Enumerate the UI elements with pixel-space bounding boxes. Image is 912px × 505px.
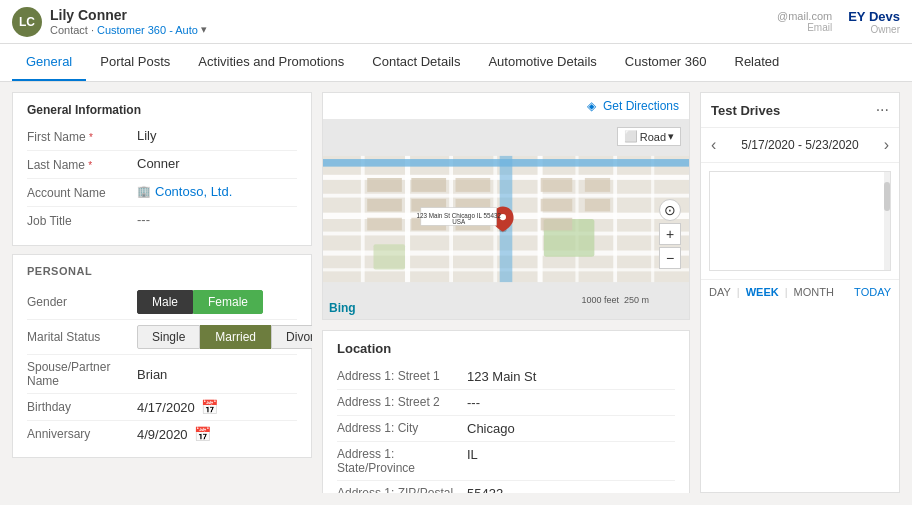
account-name-text: Contoso, Ltd.	[155, 184, 232, 199]
lastname-value: Conner	[137, 156, 180, 171]
email-area: @mail.com Email	[777, 10, 832, 33]
spouse-label: Spouse/Partner Name	[27, 360, 137, 388]
breadcrumb: Contact · Customer 360 - Auto ▾	[50, 23, 207, 36]
cal-divider-2: |	[785, 286, 788, 298]
cal-today-btn[interactable]: TODAY	[854, 286, 891, 298]
field-row-jobtitle: Job Title ---	[27, 207, 297, 235]
jobtitle-value: ---	[137, 212, 150, 227]
personal-section: PERSONAL Gender Male Female Marital Stat…	[12, 254, 312, 458]
marital-toggle-group: Single Married Divorced	[137, 325, 312, 349]
marital-row: Marital Status Single Married Divorced	[27, 320, 297, 355]
state-label: Address 1: State/Province	[337, 447, 467, 475]
center-panel: ◈ Get Directions	[312, 92, 700, 493]
calendar-view-area	[701, 163, 899, 279]
calendar-date-range: 5/17/2020 - 5/23/2020	[741, 138, 858, 152]
svg-rect-25	[541, 178, 573, 192]
field-row-firstname: First Name * Lily	[27, 123, 297, 151]
svg-rect-32	[541, 218, 573, 231]
gender-female-btn[interactable]: Female	[193, 290, 263, 314]
map-zoom-out-btn[interactable]: −	[659, 247, 681, 269]
zip-label: Address 1: ZIP/Postal Code	[337, 486, 467, 493]
tab-customer360[interactable]: Customer 360	[611, 44, 721, 81]
svg-rect-14	[651, 156, 654, 282]
marital-divorced-btn[interactable]: Divorced	[271, 325, 312, 349]
tab-general[interactable]: General	[12, 44, 86, 81]
marital-single-btn[interactable]: Single	[137, 325, 200, 349]
birthday-value: 4/17/2020 📅	[137, 399, 297, 415]
svg-rect-29	[367, 218, 402, 231]
bing-icon: Bing	[329, 301, 356, 315]
tab-contact-details[interactable]: Contact Details	[358, 44, 474, 81]
marital-married-btn[interactable]: Married	[200, 325, 271, 349]
left-panel: General Information First Name * Lily La…	[12, 92, 312, 493]
city-value: Chicago	[467, 421, 515, 436]
map-zoom-in-btn[interactable]: +	[659, 223, 681, 245]
map-scale: 1000 feet 250 m	[581, 295, 649, 305]
calendar-scroll	[709, 171, 891, 271]
map-scale-label: 1000 feet 250 m	[581, 295, 649, 305]
map-svg: 123 Main St Chicago IL 55432 USA	[323, 119, 689, 319]
dropdown-icon[interactable]: ▾	[201, 23, 207, 36]
get-directions-btn[interactable]: ◈ Get Directions	[587, 99, 679, 113]
svg-rect-27	[585, 178, 610, 192]
birthday-calendar-icon[interactable]: 📅	[201, 399, 218, 415]
map-layer-icon: ⬜	[624, 130, 638, 143]
birthday-label: Birthday	[27, 400, 137, 414]
general-info-title: General Information	[27, 103, 297, 117]
gender-label: Gender	[27, 295, 137, 309]
calendar-next-btn[interactable]: ›	[884, 136, 889, 154]
header-right: @mail.com Email EY Devs Owner	[777, 9, 900, 35]
location-section: Location Address 1: Street 1 123 Main St…	[322, 330, 690, 493]
breadcrumb-contact: Contact	[50, 24, 88, 36]
location-title: Location	[337, 341, 675, 356]
scroll-thumb[interactable]	[884, 182, 890, 211]
cal-week-btn[interactable]: WEEK	[746, 286, 779, 298]
street2-label: Address 1: Street 2	[337, 395, 467, 410]
map-layer-btn[interactable]: ⬜ Road ▾	[617, 127, 681, 146]
anniversary-row: Anniversary 4/9/2020 📅	[27, 421, 297, 447]
city-label: Address 1: City	[337, 421, 467, 436]
svg-rect-18	[373, 244, 405, 269]
test-drives-header: Test Drives ···	[701, 93, 899, 128]
main-content: General Information First Name * Lily La…	[0, 82, 912, 503]
location-street2: Address 1: Street 2 ---	[337, 390, 675, 416]
header: LC Lily Conner Contact · Customer 360 - …	[0, 0, 912, 44]
nav-tabs: General Portal Posts Activities and Prom…	[0, 44, 912, 82]
tab-automotive[interactable]: Automotive Details	[474, 44, 610, 81]
svg-rect-21	[367, 199, 402, 212]
field-row-lastname: Last Name * Conner	[27, 151, 297, 179]
svg-rect-23	[456, 178, 491, 192]
tab-activities[interactable]: Activities and Promotions	[184, 44, 358, 81]
account-value[interactable]: 🏢 Contoso, Ltd.	[137, 184, 232, 199]
firstname-label: First Name *	[27, 128, 137, 144]
location-city: Address 1: City Chicago	[337, 416, 675, 442]
anniversary-label: Anniversary	[27, 427, 137, 441]
calendar-prev-btn[interactable]: ‹	[711, 136, 716, 154]
marital-toggle: Single Married Divorced	[137, 325, 312, 349]
map-controls: ⊙ + −	[659, 199, 681, 269]
email-value: @mail.com	[777, 10, 832, 22]
svg-rect-13	[613, 156, 617, 282]
map-container: 123 Main St Chicago IL 55432 USA ⬜ Road …	[323, 119, 689, 319]
svg-rect-26	[541, 199, 573, 212]
cal-month-btn[interactable]: MONTH	[794, 286, 834, 298]
anniversary-calendar-icon[interactable]: 📅	[194, 426, 211, 442]
svg-text:USA: USA	[452, 218, 466, 225]
breadcrumb-app[interactable]: Customer 360 - Auto	[97, 24, 198, 36]
lastname-required: *	[88, 160, 92, 171]
tab-related[interactable]: Related	[721, 44, 794, 81]
cal-day-btn[interactable]: DAY	[709, 286, 731, 298]
get-directions-label: Get Directions	[603, 99, 679, 113]
field-row-account: Account Name 🏢 Contoso, Ltd.	[27, 179, 297, 207]
gender-male-btn[interactable]: Male	[137, 290, 193, 314]
breadcrumb-sep: ·	[91, 24, 94, 36]
map-locate-btn[interactable]: ⊙	[659, 199, 681, 221]
account-icon: 🏢	[137, 185, 151, 198]
map-layer-dropdown: ▾	[668, 130, 674, 143]
birthday-row: Birthday 4/17/2020 📅	[27, 394, 297, 421]
gender-toggle: Male Female	[137, 290, 297, 314]
map-layer-label: Road	[640, 131, 666, 143]
avatar: LC	[12, 7, 42, 37]
tab-portal-posts[interactable]: Portal Posts	[86, 44, 184, 81]
more-options-icon[interactable]: ···	[876, 101, 889, 119]
